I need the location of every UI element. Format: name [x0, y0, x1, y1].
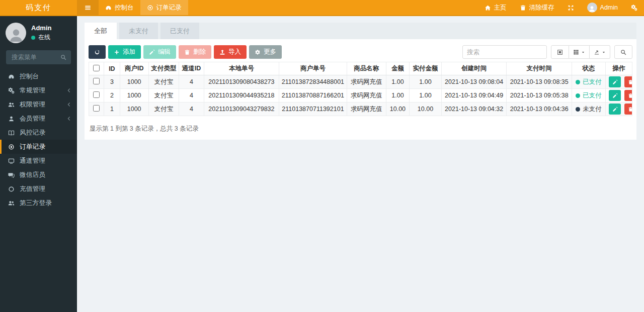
import-button[interactable]: 导入: [214, 45, 247, 59]
sidebar-item[interactable]: 常规管理: [0, 83, 77, 97]
row-checkbox[interactable]: [93, 78, 100, 84]
topbar: 码支付 控制台 订单记录 主页 清除缓存 Admin: [0, 0, 644, 16]
filter-tab[interactable]: 未支付: [119, 23, 158, 39]
table-cell: 2021-10-13 09:04:36: [507, 102, 572, 116]
table-cell: 4: [179, 102, 204, 116]
add-button[interactable]: 添加: [108, 45, 141, 59]
columns-button[interactable]: [569, 45, 590, 59]
topnav-item[interactable]: 控制台: [99, 0, 140, 15]
status-dot-icon: [576, 93, 580, 98]
table-cell: 求码网充值: [347, 102, 386, 116]
sidebar-item[interactable]: 权限管理: [0, 97, 77, 112]
delete-row-button[interactable]: [624, 103, 632, 115]
column-header[interactable]: 金额: [386, 62, 409, 75]
settings-button[interactable]: [624, 0, 644, 15]
row-checkbox-cell: [89, 89, 104, 102]
column-header[interactable]: ID: [104, 62, 120, 75]
chevron-left-icon: [66, 102, 71, 107]
table-cell: 2021-10-13 09:08:35: [507, 75, 572, 89]
button-label: 导入: [228, 48, 241, 56]
sidebar-item[interactable]: 通道管理: [0, 154, 77, 168]
trash-icon: [628, 93, 632, 98]
column-header[interactable]: 商户单号: [279, 62, 347, 75]
column-header[interactable]: 状态: [572, 62, 606, 75]
table-cell: 211013870711392101: [279, 102, 347, 116]
table-cell: 2021-10-13 09:05:38: [507, 89, 572, 102]
row-checkbox-cell: [89, 102, 104, 116]
toggle-card-view-button[interactable]: [551, 45, 569, 59]
status-cell: 已支付: [572, 89, 606, 102]
row-checkbox[interactable]: [93, 91, 100, 98]
more-button[interactable]: 更多: [249, 45, 282, 59]
actions-cell: [606, 102, 632, 116]
search-button[interactable]: [614, 45, 632, 59]
clear-cache-button[interactable]: 清除缓存: [513, 0, 561, 15]
search-icon[interactable]: [60, 54, 66, 60]
sidebar-item-label: 控制台: [20, 72, 39, 81]
edit-row-button[interactable]: [609, 76, 621, 87]
plus-icon: [114, 49, 120, 55]
select-all-checkbox[interactable]: [93, 65, 100, 71]
table-cell: 1.00: [386, 75, 409, 89]
column-header[interactable]: 商户ID: [120, 62, 148, 75]
edit-button[interactable]: 编辑: [143, 45, 176, 59]
table-cell: 2021-10-13 09:08:04: [441, 75, 507, 89]
table-cell: 1.00: [410, 75, 442, 89]
fullscreen-button[interactable]: [561, 0, 581, 15]
refresh-button[interactable]: [89, 45, 106, 59]
table-cell: 2021101309080438273: [204, 75, 279, 89]
chevron-left-icon: [66, 88, 71, 93]
column-header[interactable]: 支付时间: [507, 62, 572, 75]
users-icon: [8, 200, 15, 206]
column-header[interactable]: 实付金额: [410, 62, 442, 75]
trash-icon: [628, 107, 632, 112]
sidebar-item-label: 微信店员: [20, 171, 45, 179]
filter-tab[interactable]: 全部: [85, 23, 117, 39]
delete-row-button[interactable]: [624, 76, 632, 87]
home-label: 主页: [494, 4, 507, 12]
delete-row-button[interactable]: [624, 90, 632, 101]
column-header[interactable]: 支付类型: [148, 62, 179, 75]
toolbar-buttons: 添加 编辑 删除 导入 更多: [89, 45, 282, 59]
button-label: 更多: [264, 48, 276, 56]
row-checkbox[interactable]: [93, 105, 100, 112]
topnav-item[interactable]: 订单记录: [140, 0, 188, 15]
table-cell: 1.00: [386, 89, 409, 102]
fullscreen-icon: [568, 5, 574, 11]
topnav: 控制台 订单记录: [99, 0, 188, 15]
column-header[interactable]: 商品名称: [347, 62, 386, 75]
edit-row-button[interactable]: [609, 103, 621, 115]
records-summary: 显示第 1 到第 3 条记录，总共 3 条记录: [89, 125, 632, 133]
table-cell: 2021101309043279832: [204, 102, 279, 116]
column-header[interactable]: 通道ID: [179, 62, 204, 75]
sidebar-item[interactable]: 风控记录: [0, 126, 77, 140]
export-button[interactable]: [590, 45, 610, 59]
caret-down-icon: [602, 50, 606, 54]
app-logo[interactable]: 码支付: [0, 0, 77, 15]
pencil-icon: [149, 49, 155, 55]
table-search-input[interactable]: [462, 45, 547, 59]
sidebar-item[interactable]: 会员管理: [0, 112, 77, 126]
sidebar-item[interactable]: 充值管理: [0, 182, 77, 196]
sidebar-item[interactable]: 第三方登录: [0, 196, 77, 210]
filter-tab[interactable]: 已支付: [160, 23, 199, 39]
column-header[interactable]: 本地单号: [204, 62, 279, 75]
main-content: 全部未支付已支付 添加 编辑 删除 导入 更多: [77, 16, 644, 312]
delete-button[interactable]: 删除: [179, 45, 211, 59]
topbar-right: 主页 清除缓存 Admin: [478, 0, 644, 15]
table-row: 31000支付宝42021101309080438273211013872834…: [89, 75, 632, 89]
column-header[interactable]: 创建时间: [441, 62, 507, 75]
edit-row-button[interactable]: [609, 90, 621, 101]
user-menu[interactable]: Admin: [581, 0, 624, 15]
column-header[interactable]: 操作: [606, 62, 632, 75]
trash-icon: [184, 49, 190, 55]
pencil-icon: [612, 93, 618, 98]
home-link[interactable]: 主页: [478, 0, 513, 15]
sidebar-toggle-button[interactable]: [77, 0, 99, 15]
clear-cache-label: 清除缓存: [529, 4, 554, 12]
sidebar-item[interactable]: 微信店员: [0, 168, 77, 182]
sidebar-item[interactable]: 订单记录: [0, 140, 77, 154]
users-icon: [8, 101, 15, 108]
sidebar-item[interactable]: 控制台: [0, 69, 77, 83]
table-toolbar: 添加 编辑 删除 导入 更多: [89, 45, 632, 59]
